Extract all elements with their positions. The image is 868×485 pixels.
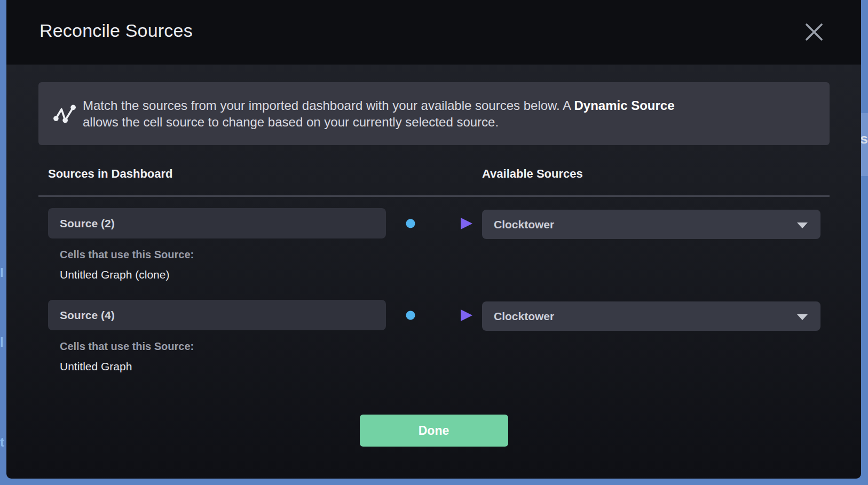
mapping-arrow-icon: [406, 217, 473, 230]
page-title: Reconcile Sources: [40, 20, 193, 41]
mapping-arrow-icon: [406, 309, 473, 322]
chevron-down-icon: [797, 222, 808, 228]
close-button[interactable]: [801, 19, 827, 45]
done-button[interactable]: Done: [360, 415, 508, 447]
notice-bold: Dynamic Source: [574, 98, 674, 113]
notice-text: Match the sources from your imported das…: [83, 97, 675, 130]
notice-line1: Match the sources from your imported das…: [83, 98, 574, 113]
chevron-down-icon: [797, 314, 808, 320]
column-header-sources-in-dashboard: Sources in Dashboard: [48, 167, 173, 181]
available-source-dropdown[interactable]: Clocktower: [482, 210, 820, 239]
divider: [38, 195, 830, 197]
modal-header: Reconcile Sources: [6, 0, 861, 65]
reconcile-sources-modal: Reconcile Sources Match the sources from…: [6, 0, 861, 479]
background-text-fragment: ns: [861, 131, 868, 147]
column-header-available-sources: Available Sources: [482, 167, 583, 181]
dashboard-source-name: Source (2): [48, 208, 386, 238]
cell-name: Untitled Graph (clone): [60, 268, 169, 281]
background-text-fragment: l: [0, 335, 6, 350]
sparkline-graph-icon: [52, 102, 77, 126]
cell-name: Untitled Graph: [60, 360, 132, 373]
background-text-fragment: t: [0, 435, 6, 450]
dashboard-source-name: Source (4): [48, 300, 386, 330]
close-icon: [804, 22, 824, 42]
available-source-dropdown[interactable]: Clocktower: [482, 301, 820, 331]
cells-that-use-source-label: Cells that use this Source:: [60, 249, 194, 261]
notice-line2: allows the cell source to change based o…: [83, 115, 499, 129]
cells-that-use-source-label: Cells that use this Source:: [60, 340, 194, 353]
notice-panel: Match the sources from your imported das…: [38, 82, 830, 145]
available-source-selected: Clocktower: [494, 218, 554, 230]
background-text-fragment: I: [0, 265, 6, 280]
available-source-selected: Clocktower: [494, 310, 554, 322]
